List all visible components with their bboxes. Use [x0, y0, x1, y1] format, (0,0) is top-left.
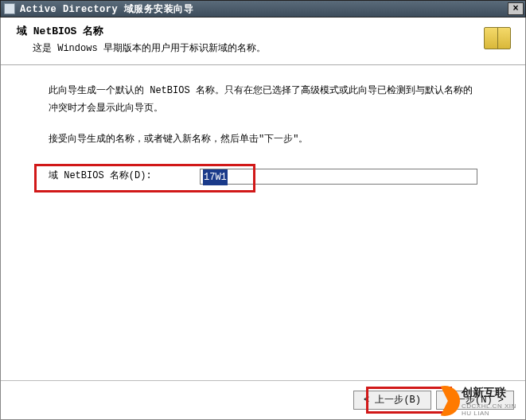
wizard-header: 域 NetBIOS 名称 这是 Windows 早期版本的用户用于标识新域的名称… [1, 18, 525, 65]
system-icon [4, 3, 15, 14]
next-button[interactable]: 下一步(N) > [436, 391, 514, 410]
netbios-field-row: 域 NetBIOS 名称(D): 17W1 [49, 168, 477, 185]
titlebar: Active Directory 域服务安装向导 × [0, 0, 526, 18]
netbios-input-value: 17W1 [203, 169, 228, 185]
back-button[interactable]: < 上一步(B) [353, 391, 431, 410]
wizard-content: 此向导生成一个默认的 NetBIOS 名称。只有在您已选择了高级模式或此向导已检… [1, 65, 525, 375]
page-title: 域 NetBIOS 名称 [17, 24, 512, 38]
window-title: Active Directory 域服务安装向导 [20, 2, 508, 16]
close-button[interactable]: × [508, 2, 524, 15]
wizard-button-row: < 上一步(B) 下一步(N) > [353, 391, 514, 410]
page-subtitle: 这是 Windows 早期版本的用户用于标识新域的名称。 [33, 41, 512, 55]
book-icon [484, 24, 514, 54]
netbios-input[interactable]: 17W1 [200, 169, 477, 185]
description-text-2: 接受向导生成的名称，或者键入新名称，然后单击"下一步"。 [49, 131, 477, 149]
netbios-label: 域 NetBIOS 名称(D): [49, 168, 200, 185]
window-body: 域 NetBIOS 名称 这是 Windows 早期版本的用户用于标识新域的名称… [0, 18, 526, 420]
description-text-1: 此向导生成一个默认的 NetBIOS 名称。只有在您已选择了高级模式或此向导已检… [49, 83, 477, 117]
separator [1, 380, 525, 381]
